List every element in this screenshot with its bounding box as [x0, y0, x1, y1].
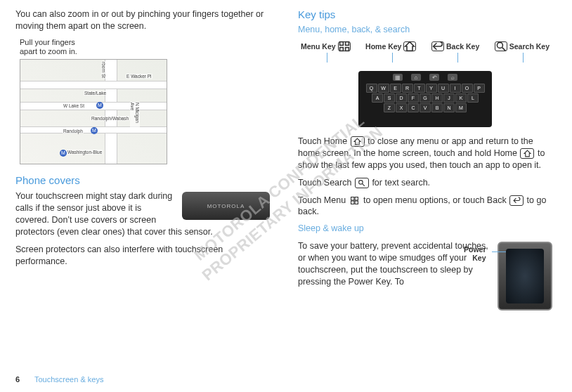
svg-rect-9	[355, 197, 358, 200]
phone-covers-heading: Phone covers	[15, 174, 270, 186]
home-key-icon	[403, 41, 416, 51]
menu-key-label: Menu Key	[301, 41, 351, 51]
back-key-label: Back Key	[431, 41, 479, 51]
keyboard-key: K	[455, 93, 467, 103]
search-key-icon	[495, 41, 507, 51]
cover-brand-text: MOTOROLA	[207, 203, 245, 209]
keyboard-key: W	[378, 84, 389, 93]
home-key-icon	[351, 136, 365, 147]
zoom-intro-text: You can also zoom in or out by pinching …	[15, 8, 270, 32]
map-street-label: W Lake St	[63, 103, 85, 108]
back-key-icon	[431, 41, 444, 51]
svg-rect-1	[345, 42, 349, 46]
keyboard-key: N	[443, 103, 455, 112]
keyboard-key: P	[474, 84, 485, 93]
map-street-label: E Wacker Pl	[126, 74, 152, 79]
menu-back-para: Touch Menu to open menu options, or touc…	[298, 195, 552, 218]
keyboard-key: Z	[384, 103, 395, 112]
keyboard-key: C	[408, 103, 419, 112]
left-column: You can also zoom in or out by pinching …	[15, 8, 270, 312]
zoom-hint-line2: apart to zoom in.	[20, 47, 77, 55]
map-stop-label: Washington-Blue	[67, 150, 103, 155]
svg-rect-3	[345, 48, 349, 51]
back-softkey-icon: ↶	[429, 74, 439, 81]
phone-cover-illustration: MOTOROLA	[182, 192, 270, 220]
keyboard-key: T	[414, 84, 425, 93]
keyboard-key: S	[384, 93, 395, 103]
svg-rect-11	[355, 201, 358, 204]
svg-rect-10	[351, 201, 354, 204]
keyboard-key: V	[420, 103, 431, 112]
key-diagram: Menu Key Home Key Back Key	[298, 41, 552, 127]
zoom-hint: Pull your fingers apart to zoom in.	[20, 38, 270, 56]
page-footer: 6 Touchscreen & keys	[15, 375, 103, 384]
svg-line-5	[502, 48, 505, 51]
key-tips-heading: Key tips	[298, 8, 552, 20]
map-street-label: N Micigan Ave	[130, 102, 140, 129]
svg-line-7	[363, 183, 365, 185]
map-marker-icon: M	[60, 150, 67, 157]
sleep-wake-heading: Sleep & wake up	[298, 223, 552, 233]
svg-point-6	[359, 180, 363, 184]
back-key-icon	[509, 195, 524, 206]
menu-home-back-search-heading: Menu, home, back, & search	[298, 25, 552, 34]
keyboard-key: U	[438, 84, 449, 93]
keyboard-key: E	[390, 84, 401, 93]
keyboard-key: G	[420, 93, 431, 103]
keyboard-key: X	[396, 103, 407, 112]
phone-keyboard-illustration: ▦ ⌂ ↶ ⌕ QWERTYUIOPASDFGHJKLZXCVBNM	[358, 71, 492, 127]
keyboard-key: R	[402, 84, 413, 93]
search-softkey-icon: ⌕	[448, 74, 457, 81]
map-street-label: Randolph	[63, 129, 84, 133]
keyboard-key: H	[431, 93, 443, 103]
keyboard-key: D	[396, 93, 407, 103]
home-key-icon	[520, 148, 534, 159]
home-key-label: Home Key	[365, 41, 416, 51]
map-illustration: E Wacker Pl W Lake St Randolph N Micigan…	[20, 59, 270, 164]
menu-key-icon	[338, 41, 351, 51]
chapter-title: Touchscreen & keys	[34, 375, 103, 384]
keyboard-key: J	[443, 93, 455, 103]
zoom-hint-line1: Pull your fingers	[20, 38, 75, 46]
home-key-para: Touch Home to close any menu or app and …	[298, 136, 552, 171]
search-key-icon	[355, 178, 369, 188]
power-key-label: Power Key	[464, 246, 486, 262]
home-softkey-icon: ⌂	[411, 74, 421, 81]
phone-power-illustration: Power Key	[498, 242, 552, 311]
map-stop-label: Randolph/Wabash	[91, 116, 129, 121]
svg-rect-2	[339, 48, 343, 51]
keyboard-key: F	[408, 93, 419, 103]
search-key-label: Search Key	[495, 41, 550, 51]
svg-point-4	[497, 42, 502, 48]
keyboard-key: O	[462, 84, 473, 93]
page-number: 6	[15, 375, 20, 384]
menu-softkey-icon: ▦	[393, 74, 403, 81]
svg-rect-0	[339, 42, 343, 46]
map-street-label: rborn St	[101, 61, 106, 79]
keyboard-key: Q	[366, 84, 377, 93]
keyboard-key: B	[431, 103, 443, 112]
phone-covers-para2: Screen protectors can also interfere wit…	[15, 244, 270, 268]
keyboard-key: M	[455, 103, 467, 112]
keyboard-key: L	[467, 93, 479, 103]
map-stop-label: State/Lake	[84, 91, 107, 96]
menu-key-icon	[349, 195, 360, 206]
search-key-para: Touch Search for text search.	[298, 177, 552, 189]
svg-rect-8	[351, 197, 354, 200]
keyboard-key: A	[372, 93, 383, 103]
right-column: Key tips Menu, home, back, & search Menu…	[298, 8, 552, 312]
keyboard-key: Y	[426, 84, 437, 93]
keyboard-key: I	[450, 84, 461, 93]
